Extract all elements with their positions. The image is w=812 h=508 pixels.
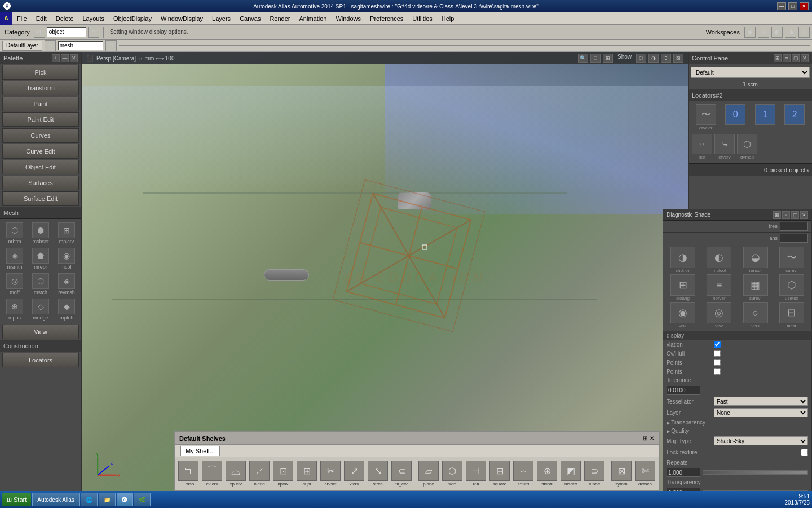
object-edit-btn[interactable]: Object Edit [2, 160, 79, 174]
loc-num0[interactable]: 0 [722, 104, 750, 130]
category-icon-btn[interactable]: ⚙ [34, 27, 45, 38]
map-type-select[interactable]: Shade-Sky [714, 436, 808, 445]
shelf-blend[interactable]: ⟋ blend [248, 459, 271, 488]
viewport-icon1[interactable]: 🔍 [578, 54, 588, 63]
loc-crvcvtr[interactable]: 〜 crvcvtr [692, 104, 720, 130]
shelf-exten[interactable]: → exten [657, 459, 659, 488]
shelf-plane[interactable]: ▱ plane [417, 459, 440, 488]
cp-list-btn[interactable]: ≡ [783, 54, 791, 62]
filest-item[interactable]: ⊟filest [774, 302, 809, 329]
vis2-item[interactable]: ◎vis2 [701, 302, 736, 329]
menu-layers[interactable]: Layers [208, 14, 235, 23]
cp-expand-btn[interactable]: ⊞ [774, 54, 782, 62]
mesh-item-medge[interactable]: ◇medge [28, 297, 53, 322]
loc-dvmap[interactable]: ⬡ dvmap [737, 134, 757, 160]
viewport-icon2[interactable]: □ [590, 54, 601, 63]
tessellator-select[interactable]: Fast [714, 397, 808, 406]
mesh-item-mpjcrv[interactable]: ⊞mpjcrv [54, 221, 79, 246]
shelf-expand-btn[interactable]: ⊞ [643, 435, 647, 441]
menu-edit[interactable]: Edit [32, 14, 51, 23]
menu-delete[interactable]: Delete [51, 14, 78, 23]
shelf-close-btn[interactable]: ✕ [650, 435, 654, 441]
rancol-item[interactable]: ◒rancol [738, 247, 773, 273]
palette-expand-btn[interactable]: + [52, 54, 60, 62]
ws-icon1[interactable]: ◉ [744, 27, 756, 38]
menu-file[interactable]: File [12, 14, 32, 23]
shelf-skin[interactable]: ⬡ skin [441, 459, 464, 488]
transparency-section[interactable]: Transparency [663, 418, 811, 427]
curevl-item[interactable]: 〜curevl [774, 247, 809, 273]
cvhull-checkbox[interactable] [714, 350, 721, 357]
shelf-ffblnd[interactable]: ⊕ ffblnd [536, 459, 558, 488]
curves-btn[interactable]: Curves [2, 128, 79, 143]
max-btn[interactable]: ⊠ [673, 54, 683, 63]
ws-icon4[interactable]: ◑ [785, 27, 796, 38]
shade-btn[interactable]: ◑ [648, 54, 659, 63]
pick-btn[interactable]: Pick [2, 65, 79, 80]
shelf-tuboff[interactable]: ⊃ tuboff [583, 459, 606, 488]
diag-list-btn[interactable]: ≡ [782, 211, 790, 219]
minimize-button[interactable]: — [777, 2, 786, 10]
construction-section-header[interactable]: Construction [0, 340, 81, 352]
default-dropdown[interactable]: Default [691, 67, 810, 78]
shelf-square[interactable]: ⊟ square [488, 459, 511, 488]
repeats-input[interactable] [667, 468, 700, 477]
menu-utilities[interactable]: Utilities [408, 14, 436, 23]
menu-preferences[interactable]: Preferences [365, 14, 408, 23]
mesh-item-mrepr[interactable]: ⬟mrepr [28, 247, 53, 271]
ws-icon5[interactable]: ▷ [798, 27, 810, 38]
shelf-msdrft[interactable]: ◩ msdrft [559, 459, 582, 488]
surfaces-btn[interactable]: Surfaces [2, 176, 79, 190]
shelf-cv-crv[interactable]: ⌒ cv crv [201, 459, 223, 488]
points1-checkbox[interactable] [714, 359, 721, 366]
locators-btn[interactable]: Locators [2, 353, 79, 367]
shelf-trash[interactable]: 🗑 Trash [177, 459, 200, 488]
vis3-item[interactable]: ○vis3 [738, 302, 773, 329]
taskbar-explorer[interactable]: 🌐 [81, 493, 98, 506]
start-button[interactable]: ⊞ Start [2, 493, 31, 506]
shelf-symm[interactable]: ⊠ symm [610, 459, 633, 488]
mesh-item-moff[interactable]: ◎moff [2, 272, 27, 296]
menu-canvas[interactable]: Canvas [235, 14, 265, 23]
wireframe-btn[interactable]: ⬡ [636, 54, 646, 63]
loc-num2[interactable]: 2 [781, 104, 809, 130]
ans-input[interactable] [780, 234, 808, 243]
mesh-item-revmsh[interactable]: ◈revmsh [54, 272, 79, 296]
shelf-strch[interactable]: ⤡ strch [367, 459, 389, 488]
mesh-item-mptch[interactable]: ◆mptch [54, 297, 79, 322]
shelf-srfillet[interactable]: ⌢ srfillet [512, 459, 535, 488]
shelf-crvsct[interactable]: ✂ crvsct [319, 459, 342, 488]
layer-select[interactable]: None [714, 408, 808, 417]
tolerance-input[interactable] [667, 386, 700, 395]
taskbar-alias-active[interactable]: 🅐 [117, 493, 133, 506]
lock-texture-checkbox[interactable] [801, 449, 808, 456]
loc-num1[interactable]: 1 [751, 104, 779, 130]
view-toggle-btn[interactable]: ≡ [88, 27, 99, 38]
shelf-kptbx[interactable]: ⊡ kptbx [272, 459, 294, 488]
curve-edit-btn[interactable]: Curve Edit [2, 144, 79, 159]
object-input[interactable] [47, 27, 86, 37]
viewport-icon3[interactable]: ⊞ [603, 54, 613, 63]
cp-float-btn[interactable]: ▢ [792, 54, 800, 62]
mesh-item-mstch[interactable]: ⬡mstch [28, 272, 53, 296]
menu-windowdisplay[interactable]: WindowDisplay [156, 14, 208, 23]
shdnon-item[interactable]: ◑shdnon [665, 247, 700, 273]
transform-btn[interactable]: Transform [2, 81, 79, 95]
menu-objectdisplay[interactable]: ObjectDisplay [109, 14, 156, 23]
diag-expand-btn[interactable]: ⊞ [773, 211, 781, 219]
vis1-item[interactable]: ◉vis1 [665, 302, 700, 329]
layer-icon[interactable]: □ [45, 40, 56, 51]
ws-icon3[interactable]: ◐ [771, 27, 783, 38]
taskbar-green[interactable]: 🌿 [134, 493, 151, 506]
shelf-fit-crv[interactable]: ⊂ fit_crv [390, 459, 413, 488]
surevl-item[interactable]: ▦surevl [738, 274, 773, 301]
menu-render[interactable]: Render [265, 14, 294, 23]
ipoints-checkbox[interactable] [714, 368, 721, 375]
palette-close-btn[interactable]: ✕ [70, 54, 78, 62]
horver-item[interactable]: ≡horver [701, 274, 736, 301]
shelf-ep-crv[interactable]: ⌓ ep crv [224, 459, 247, 488]
loc-crvcrv[interactable]: ⤷ crvcrv [714, 134, 735, 160]
palette-collapse-btn[interactable]: — [61, 54, 69, 62]
view-btn[interactable]: View [2, 325, 79, 339]
my-shelf-tab[interactable]: My Shelf... [180, 446, 220, 456]
